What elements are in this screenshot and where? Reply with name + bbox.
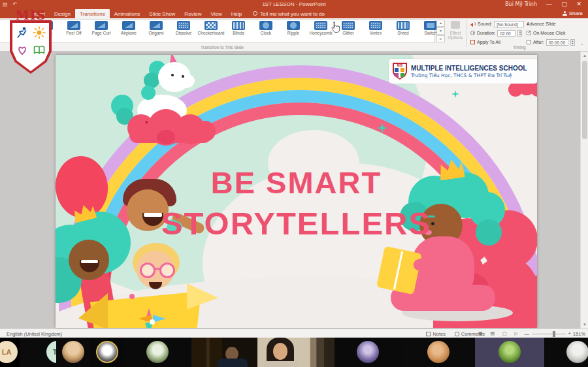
transition-dissolve[interactable]: Dissolve <box>170 20 197 42</box>
duration-spinner[interactable]: ▲▼ <box>517 30 522 37</box>
gallery-scroll-down[interactable]: ▼ <box>436 27 445 35</box>
vortex-icon <box>369 21 382 30</box>
tell-me-box[interactable]: Tell me what you want to do <box>246 9 329 18</box>
language-button[interactable]: English (United Kingdom) <box>7 331 62 337</box>
account-name[interactable]: Bùi Mỹ Trinh <box>505 1 537 7</box>
switch-icon <box>424 21 437 30</box>
transition-airplane[interactable]: Airplane <box>115 20 142 42</box>
participant-tile[interactable] <box>90 338 124 367</box>
effect-options-button[interactable]: Effect Options <box>447 20 464 40</box>
tab-view[interactable]: View <box>206 9 227 18</box>
school-logo-block: MIS MULTIPLE INTELLIGENCES SCHOOL Trường… <box>389 59 537 84</box>
duration-icon <box>470 31 475 35</box>
transition-blinds[interactable]: Blinds <box>225 20 252 42</box>
slide-title-line2: STORYTELLERS <box>56 205 537 242</box>
shred-icon <box>397 21 410 30</box>
advance-slide-label: Advance Slide <box>527 20 556 27</box>
after-spinner[interactable]: ▲▼ <box>570 39 575 46</box>
participant-avatar <box>146 341 169 363</box>
cloud-heart: ♥ <box>145 120 148 125</box>
sun-icon <box>33 26 46 39</box>
transition-clock[interactable]: Clock <box>252 20 280 42</box>
on-mouse-click-checkbox[interactable]: On Mouse Click <box>527 29 565 37</box>
tab-transitions[interactable]: Transitions <box>75 9 110 18</box>
transition-prestige[interactable]: Prestige <box>0 20 5 42</box>
collapse-ribbon-chevron[interactable]: ⌃ <box>580 43 584 48</box>
person-icon <box>563 11 567 16</box>
group-label-timing: Timing <box>470 45 568 50</box>
notes-button[interactable]: Notes <box>426 331 446 337</box>
participant-tile[interactable] <box>124 338 191 367</box>
zoom-out-button[interactable]: — <box>525 331 530 337</box>
view-buttons[interactable]: ▦ ▤ ▢ ▷ <box>478 331 521 336</box>
zoom-slider-thumb[interactable] <box>553 331 555 337</box>
pink-glasses <box>140 263 155 278</box>
window-controls[interactable]: — ▢ ✕ <box>546 1 585 7</box>
transition-vortex[interactable]: Vortex <box>362 20 389 42</box>
slide[interactable]: ♥ <box>56 55 537 328</box>
mis-watermark-logo: MIS <box>5 9 56 76</box>
transition-peel-off[interactable]: Peel Off <box>60 20 88 42</box>
slide-title-line1: BE SMART <box>56 165 537 200</box>
gallery-scroll-up[interactable]: ▲ <box>436 20 445 27</box>
page-curl-icon <box>95 21 108 30</box>
group-label-transition: Transition to This Slide <box>78 45 366 50</box>
tell-me-icon <box>253 11 257 16</box>
mis-shield-small: MIS <box>393 63 407 80</box>
transition-checkerboard[interactable]: Checkerboard <box>197 20 225 42</box>
zoom-slider[interactable] <box>532 334 566 334</box>
participant-initials: LA <box>0 341 18 363</box>
participant-initials: TK <box>46 341 56 363</box>
scrollbar-thumb[interactable] <box>582 61 587 139</box>
checkerboard-icon <box>204 21 218 30</box>
peel-off-icon <box>67 21 80 30</box>
sound-dropdown[interactable]: [No Sound] <box>494 21 524 27</box>
participant-tile[interactable] <box>475 338 544 367</box>
participant-video[interactable] <box>257 338 335 367</box>
transition-page-curl[interactable]: Page Curl <box>88 20 115 42</box>
tab-slide-show[interactable]: Slide Show <box>144 9 180 18</box>
participant-tile[interactable] <box>335 338 402 367</box>
window-title: 1ST LESSON - PowerPoint <box>0 1 588 7</box>
sound-icon <box>470 22 476 26</box>
video-call-strip: LA TK <box>0 338 588 367</box>
scroll-up-arrow[interactable]: ▲ <box>581 52 588 59</box>
participant-tile[interactable] <box>402 338 475 367</box>
vertical-scrollbar[interactable]: ▲ ▼ <box>580 52 588 328</box>
scroll-down-arrow[interactable]: ▼ <box>581 321 588 328</box>
tab-review[interactable]: Review <box>180 9 206 18</box>
tab-animations[interactable]: Animations <box>110 9 145 18</box>
after-time-input[interactable]: 00:00.00 <box>546 39 568 46</box>
school-subtitle: Trường Tiểu Học, THCS & THPT Đa Trí Tuệ <box>411 72 527 78</box>
effect-options-icon <box>451 21 460 29</box>
participant-tile[interactable]: LA <box>0 338 20 367</box>
zoom-level[interactable]: 151% <box>573 331 585 337</box>
slide-canvas: ♥ <box>0 52 588 328</box>
tab-help[interactable]: Help <box>227 9 246 18</box>
ribbon-tab-bar: Insert Design Transitions Animations Sli… <box>0 9 588 18</box>
comments-icon <box>455 332 459 336</box>
participant-avatar <box>498 341 521 363</box>
origami-icon <box>150 21 163 30</box>
participant-tile[interactable]: TK <box>20 338 56 367</box>
unicorn-illustration: ♥ <box>111 57 216 148</box>
zoom-in-button[interactable]: + <box>568 330 571 336</box>
transition-ripple[interactable]: Ripple <box>280 20 307 42</box>
duration-input[interactable]: 02.00 <box>497 30 515 37</box>
airplane-icon <box>122 21 135 30</box>
gallery-more-button[interactable]: ≡ <box>436 35 445 42</box>
ripple-icon <box>287 21 300 30</box>
honeycomb-icon <box>314 21 327 30</box>
participant-avatar <box>566 341 588 363</box>
participant-tile[interactable] <box>56 338 90 367</box>
apply-to-all-icon <box>470 40 475 44</box>
heart-icon <box>16 44 29 57</box>
dissolve-icon <box>177 21 190 30</box>
share-button[interactable]: Share <box>563 10 583 16</box>
transition-origami[interactable]: Origami <box>142 20 170 42</box>
transition-shred[interactable]: Shred <box>389 20 417 42</box>
participant-shoulders <box>264 361 298 367</box>
participant-tile[interactable] <box>544 338 588 367</box>
participant-video[interactable] <box>191 338 257 367</box>
clock-icon <box>259 21 272 30</box>
